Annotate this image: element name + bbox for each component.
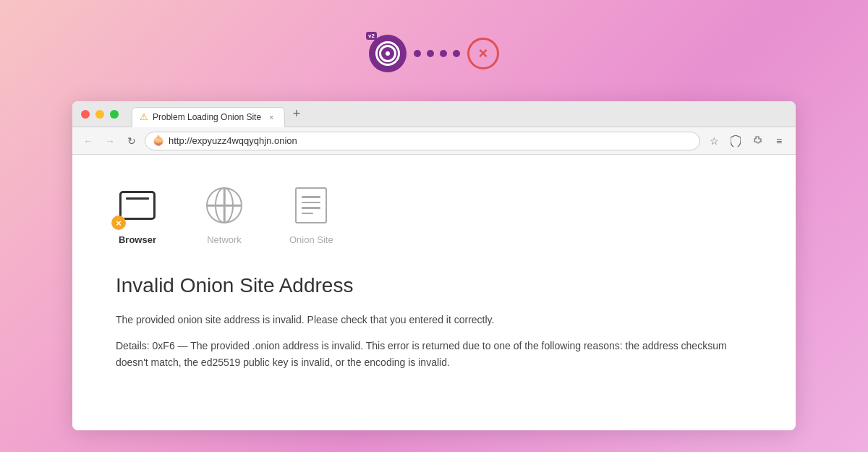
shield-button[interactable]	[726, 132, 745, 150]
dot-3	[440, 50, 447, 57]
dot-2	[427, 50, 434, 57]
onion-icon: 🧅	[153, 135, 164, 146]
menu-button[interactable]: ≡	[770, 132, 788, 150]
browser-status-item: × Browser	[116, 184, 159, 245]
doc-line-3	[302, 207, 320, 209]
status-icons: × Browser Network	[116, 184, 752, 245]
error-circle: ×	[467, 38, 499, 69]
network-status-item: Network	[203, 184, 246, 245]
shield-icon	[731, 135, 741, 147]
new-tab-button[interactable]: +	[288, 106, 305, 123]
toolbar-right: ☆ ≡	[705, 132, 788, 150]
globe-icon	[206, 187, 242, 223]
globe-oval	[215, 187, 234, 223]
browser-error-badge: ×	[111, 216, 126, 230]
error-x-icon: ×	[479, 44, 488, 63]
tor-logo-inner	[375, 41, 400, 66]
minimize-button[interactable]	[95, 110, 104, 119]
browser-window: ⚠ Problem Loading Onion Site × + ← → ↻ 🧅…	[72, 101, 796, 430]
doc-line-2	[302, 202, 320, 204]
onion-site-status-item: Onion Site	[289, 184, 333, 245]
onion-site-status-label: Onion Site	[289, 234, 333, 245]
dot-1	[414, 50, 421, 57]
tor-connection-diagram: v2 ×	[369, 35, 499, 72]
dots-area	[414, 50, 460, 57]
back-button[interactable]: ←	[80, 132, 97, 150]
address-text: http://expyuzz4wqqyqhjn.onion	[169, 135, 297, 146]
forward-button[interactable]: →	[101, 132, 119, 150]
error-description: The provided onion site address is inval…	[116, 312, 752, 328]
browser-icon	[119, 191, 156, 220]
tab-warning-icon: ⚠	[140, 111, 148, 122]
network-icon-wrapper	[203, 184, 246, 227]
tor-logo: v2	[369, 35, 407, 72]
doc-line-1	[302, 196, 320, 198]
error-details: Details: 0xF6 — The provided .onion addr…	[116, 338, 752, 370]
browser-toolbar: ← → ↻ 🧅 http://expyuzz4wqqyqhjn.onion ☆ …	[72, 127, 796, 155]
v2-badge: v2	[366, 32, 377, 40]
document-lines	[302, 196, 320, 214]
browser-status-label: Browser	[119, 234, 156, 245]
browser-icon-wrapper: ×	[116, 184, 159, 227]
maximize-button[interactable]	[110, 110, 119, 119]
browser-titlebar: ⚠ Problem Loading Onion Site × +	[72, 101, 796, 127]
error-title: Invalid Onion Site Address	[116, 274, 752, 297]
tab-title: Problem Loading Onion Site	[153, 112, 261, 122]
onion-site-icon-wrapper	[289, 184, 333, 227]
close-button[interactable]	[81, 110, 90, 119]
network-status-label: Network	[207, 234, 242, 245]
extensions-icon	[752, 135, 763, 147]
tab-area: ⚠ Problem Loading Onion Site × +	[132, 104, 787, 124]
tab-close-button[interactable]: ×	[265, 111, 277, 123]
active-tab[interactable]: ⚠ Problem Loading Onion Site ×	[132, 107, 285, 127]
bookmark-button[interactable]: ☆	[705, 132, 723, 150]
address-bar[interactable]: 🧅 http://expyuzz4wqqyqhjn.onion	[145, 132, 700, 150]
refresh-button[interactable]: ↻	[123, 132, 140, 150]
extensions-button[interactable]	[748, 132, 767, 150]
dot-4	[453, 50, 460, 57]
document-icon	[295, 187, 327, 223]
error-page: × Browser Network	[72, 155, 796, 430]
